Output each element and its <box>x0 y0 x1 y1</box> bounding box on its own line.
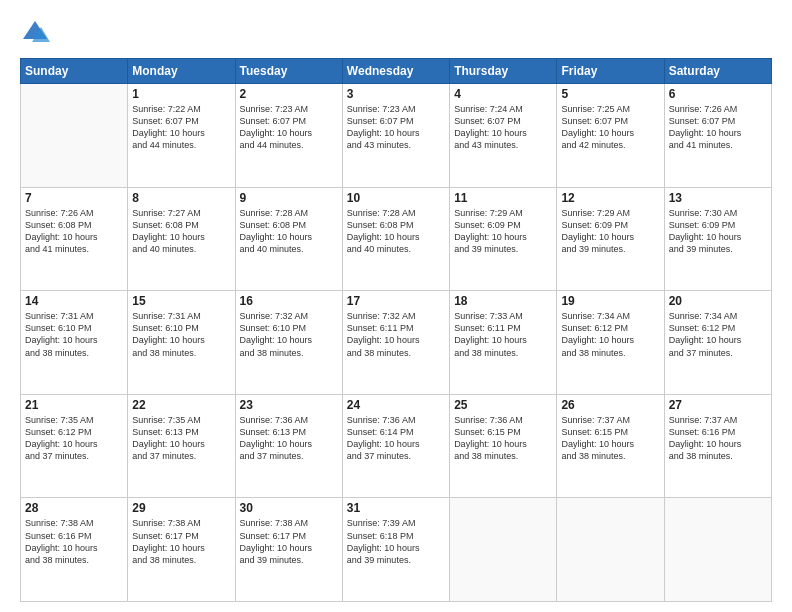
day-number: 27 <box>669 398 767 412</box>
calendar-cell: 12Sunrise: 7:29 AM Sunset: 6:09 PM Dayli… <box>557 187 664 291</box>
day-info: Sunrise: 7:31 AM Sunset: 6:10 PM Dayligh… <box>132 310 230 359</box>
calendar-cell: 26Sunrise: 7:37 AM Sunset: 6:15 PM Dayli… <box>557 394 664 498</box>
day-info: Sunrise: 7:36 AM Sunset: 6:15 PM Dayligh… <box>454 414 552 463</box>
day-number: 7 <box>25 191 123 205</box>
day-info: Sunrise: 7:35 AM Sunset: 6:12 PM Dayligh… <box>25 414 123 463</box>
day-number: 5 <box>561 87 659 101</box>
page: SundayMondayTuesdayWednesdayThursdayFrid… <box>0 0 792 612</box>
calendar-cell <box>664 498 771 602</box>
calendar-week-row: 7Sunrise: 7:26 AM Sunset: 6:08 PM Daylig… <box>21 187 772 291</box>
day-number: 31 <box>347 501 445 515</box>
day-info: Sunrise: 7:28 AM Sunset: 6:08 PM Dayligh… <box>240 207 338 256</box>
day-info: Sunrise: 7:39 AM Sunset: 6:18 PM Dayligh… <box>347 517 445 566</box>
calendar-table: SundayMondayTuesdayWednesdayThursdayFrid… <box>20 58 772 602</box>
day-info: Sunrise: 7:35 AM Sunset: 6:13 PM Dayligh… <box>132 414 230 463</box>
weekday-sunday: Sunday <box>21 59 128 84</box>
day-info: Sunrise: 7:29 AM Sunset: 6:09 PM Dayligh… <box>454 207 552 256</box>
weekday-wednesday: Wednesday <box>342 59 449 84</box>
day-number: 19 <box>561 294 659 308</box>
day-info: Sunrise: 7:23 AM Sunset: 6:07 PM Dayligh… <box>347 103 445 152</box>
calendar-cell: 14Sunrise: 7:31 AM Sunset: 6:10 PM Dayli… <box>21 291 128 395</box>
calendar-cell: 20Sunrise: 7:34 AM Sunset: 6:12 PM Dayli… <box>664 291 771 395</box>
day-info: Sunrise: 7:26 AM Sunset: 6:08 PM Dayligh… <box>25 207 123 256</box>
day-info: Sunrise: 7:27 AM Sunset: 6:08 PM Dayligh… <box>132 207 230 256</box>
day-number: 14 <box>25 294 123 308</box>
calendar-cell: 16Sunrise: 7:32 AM Sunset: 6:10 PM Dayli… <box>235 291 342 395</box>
day-number: 16 <box>240 294 338 308</box>
day-number: 29 <box>132 501 230 515</box>
calendar-cell: 15Sunrise: 7:31 AM Sunset: 6:10 PM Dayli… <box>128 291 235 395</box>
day-info: Sunrise: 7:23 AM Sunset: 6:07 PM Dayligh… <box>240 103 338 152</box>
calendar-week-row: 28Sunrise: 7:38 AM Sunset: 6:16 PM Dayli… <box>21 498 772 602</box>
day-number: 13 <box>669 191 767 205</box>
weekday-saturday: Saturday <box>664 59 771 84</box>
day-number: 12 <box>561 191 659 205</box>
day-number: 18 <box>454 294 552 308</box>
logo <box>20 18 54 48</box>
weekday-header-row: SundayMondayTuesdayWednesdayThursdayFrid… <box>21 59 772 84</box>
day-number: 24 <box>347 398 445 412</box>
calendar-cell: 24Sunrise: 7:36 AM Sunset: 6:14 PM Dayli… <box>342 394 449 498</box>
calendar-week-row: 21Sunrise: 7:35 AM Sunset: 6:12 PM Dayli… <box>21 394 772 498</box>
weekday-friday: Friday <box>557 59 664 84</box>
weekday-tuesday: Tuesday <box>235 59 342 84</box>
calendar-cell: 2Sunrise: 7:23 AM Sunset: 6:07 PM Daylig… <box>235 84 342 188</box>
day-info: Sunrise: 7:38 AM Sunset: 6:16 PM Dayligh… <box>25 517 123 566</box>
calendar-cell: 18Sunrise: 7:33 AM Sunset: 6:11 PM Dayli… <box>450 291 557 395</box>
day-info: Sunrise: 7:24 AM Sunset: 6:07 PM Dayligh… <box>454 103 552 152</box>
day-info: Sunrise: 7:29 AM Sunset: 6:09 PM Dayligh… <box>561 207 659 256</box>
calendar-cell: 11Sunrise: 7:29 AM Sunset: 6:09 PM Dayli… <box>450 187 557 291</box>
calendar-cell: 22Sunrise: 7:35 AM Sunset: 6:13 PM Dayli… <box>128 394 235 498</box>
calendar-cell: 23Sunrise: 7:36 AM Sunset: 6:13 PM Dayli… <box>235 394 342 498</box>
calendar-cell: 7Sunrise: 7:26 AM Sunset: 6:08 PM Daylig… <box>21 187 128 291</box>
calendar-cell <box>21 84 128 188</box>
calendar-cell: 9Sunrise: 7:28 AM Sunset: 6:08 PM Daylig… <box>235 187 342 291</box>
header <box>20 18 772 48</box>
day-info: Sunrise: 7:38 AM Sunset: 6:17 PM Dayligh… <box>240 517 338 566</box>
day-number: 21 <box>25 398 123 412</box>
calendar-cell: 10Sunrise: 7:28 AM Sunset: 6:08 PM Dayli… <box>342 187 449 291</box>
day-info: Sunrise: 7:37 AM Sunset: 6:16 PM Dayligh… <box>669 414 767 463</box>
day-number: 17 <box>347 294 445 308</box>
day-number: 3 <box>347 87 445 101</box>
day-number: 6 <box>669 87 767 101</box>
day-info: Sunrise: 7:34 AM Sunset: 6:12 PM Dayligh… <box>669 310 767 359</box>
calendar-cell: 3Sunrise: 7:23 AM Sunset: 6:07 PM Daylig… <box>342 84 449 188</box>
day-number: 23 <box>240 398 338 412</box>
day-number: 11 <box>454 191 552 205</box>
day-number: 8 <box>132 191 230 205</box>
day-number: 20 <box>669 294 767 308</box>
calendar-cell: 19Sunrise: 7:34 AM Sunset: 6:12 PM Dayli… <box>557 291 664 395</box>
day-number: 1 <box>132 87 230 101</box>
calendar-week-row: 14Sunrise: 7:31 AM Sunset: 6:10 PM Dayli… <box>21 291 772 395</box>
calendar-week-row: 1Sunrise: 7:22 AM Sunset: 6:07 PM Daylig… <box>21 84 772 188</box>
calendar-cell: 13Sunrise: 7:30 AM Sunset: 6:09 PM Dayli… <box>664 187 771 291</box>
day-info: Sunrise: 7:33 AM Sunset: 6:11 PM Dayligh… <box>454 310 552 359</box>
calendar-cell: 4Sunrise: 7:24 AM Sunset: 6:07 PM Daylig… <box>450 84 557 188</box>
day-info: Sunrise: 7:38 AM Sunset: 6:17 PM Dayligh… <box>132 517 230 566</box>
calendar-cell: 5Sunrise: 7:25 AM Sunset: 6:07 PM Daylig… <box>557 84 664 188</box>
day-number: 25 <box>454 398 552 412</box>
calendar-cell: 8Sunrise: 7:27 AM Sunset: 6:08 PM Daylig… <box>128 187 235 291</box>
day-info: Sunrise: 7:37 AM Sunset: 6:15 PM Dayligh… <box>561 414 659 463</box>
day-info: Sunrise: 7:25 AM Sunset: 6:07 PM Dayligh… <box>561 103 659 152</box>
day-number: 22 <box>132 398 230 412</box>
day-info: Sunrise: 7:32 AM Sunset: 6:10 PM Dayligh… <box>240 310 338 359</box>
day-info: Sunrise: 7:34 AM Sunset: 6:12 PM Dayligh… <box>561 310 659 359</box>
day-number: 26 <box>561 398 659 412</box>
calendar-cell: 29Sunrise: 7:38 AM Sunset: 6:17 PM Dayli… <box>128 498 235 602</box>
calendar-cell: 25Sunrise: 7:36 AM Sunset: 6:15 PM Dayli… <box>450 394 557 498</box>
weekday-thursday: Thursday <box>450 59 557 84</box>
calendar-cell <box>450 498 557 602</box>
day-number: 2 <box>240 87 338 101</box>
day-info: Sunrise: 7:32 AM Sunset: 6:11 PM Dayligh… <box>347 310 445 359</box>
day-info: Sunrise: 7:28 AM Sunset: 6:08 PM Dayligh… <box>347 207 445 256</box>
day-number: 28 <box>25 501 123 515</box>
logo-icon <box>20 18 50 48</box>
calendar-cell <box>557 498 664 602</box>
calendar-cell: 31Sunrise: 7:39 AM Sunset: 6:18 PM Dayli… <box>342 498 449 602</box>
day-number: 15 <box>132 294 230 308</box>
calendar-cell: 28Sunrise: 7:38 AM Sunset: 6:16 PM Dayli… <box>21 498 128 602</box>
calendar-cell: 27Sunrise: 7:37 AM Sunset: 6:16 PM Dayli… <box>664 394 771 498</box>
calendar-cell: 21Sunrise: 7:35 AM Sunset: 6:12 PM Dayli… <box>21 394 128 498</box>
